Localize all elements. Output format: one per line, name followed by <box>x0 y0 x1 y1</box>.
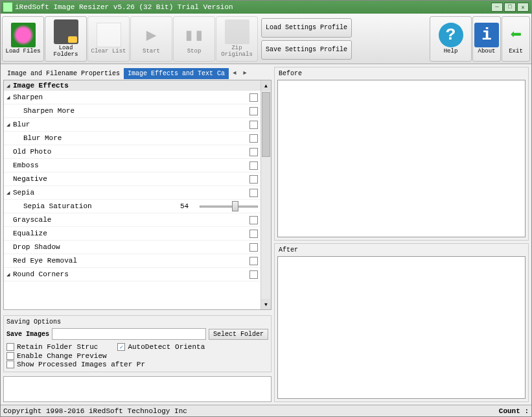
checkbox[interactable] <box>249 121 258 129</box>
effect-sepia[interactable]: ◢Sepia <box>4 186 260 200</box>
before-section: Before <box>274 67 529 241</box>
scroll-thumb[interactable] <box>262 92 270 157</box>
checkbox[interactable] <box>249 107 258 115</box>
effect-blur[interactable]: ◢Blur <box>4 118 260 132</box>
zip-icon <box>225 19 249 44</box>
exit-button[interactable]: ⬅ Exit <box>502 16 530 62</box>
effect-round-corners[interactable]: ◢Round Corners <box>4 268 260 281</box>
save-path-input[interactable] <box>52 328 206 340</box>
checkbox[interactable] <box>249 270 258 279</box>
checkbox[interactable] <box>249 230 258 238</box>
checkbox[interactable] <box>249 257 258 265</box>
effect-emboss[interactable]: Emboss <box>4 159 260 173</box>
checkbox[interactable] <box>249 216 258 224</box>
saving-title: Saving Options <box>6 318 268 326</box>
tab-prev-icon[interactable]: ◄ <box>230 69 239 78</box>
effect-blur-more[interactable]: Blur More <box>4 132 260 145</box>
sepia-slider[interactable] <box>200 200 258 212</box>
effect-sharpen-more[interactable]: Sharpen More <box>4 104 260 118</box>
start-button[interactable]: ▶ Start <box>130 16 172 62</box>
statusbar: Copyright 1998-2016 iRedSoft Technology … <box>1 405 531 416</box>
effect-old-photo[interactable]: Old Photo <box>4 145 260 159</box>
effects-header[interactable]: ◢ Image Effects <box>4 80 260 91</box>
folder-icon <box>54 19 78 44</box>
checkbox[interactable] <box>249 134 258 143</box>
effect-grayscale[interactable]: Grayscale <box>4 213 260 227</box>
before-label: Before <box>276 69 527 78</box>
close-button[interactable]: ✕ <box>517 3 529 12</box>
autodetect-checkbox[interactable] <box>117 343 125 351</box>
bottom-list <box>3 376 272 402</box>
play-icon: ▶ <box>139 23 164 47</box>
checkbox[interactable] <box>249 175 258 184</box>
flower-icon <box>11 23 36 47</box>
about-button[interactable]: i About <box>472 16 501 62</box>
save-images-label: Save Images <box>6 331 49 338</box>
toolbar: Load Files Load Folders Clear List ▶ Sta… <box>1 14 531 64</box>
left-panel: Image and Filename Properties Image Effe… <box>3 67 272 402</box>
load-settings-button[interactable]: Load Settings Profile <box>261 18 352 38</box>
scroll-down-icon[interactable]: ▼ <box>261 299 271 309</box>
tab-strip: Image and Filename Properties Image Effe… <box>3 67 272 80</box>
effect-sepia-saturation[interactable]: Sepia Saturation54 <box>4 200 260 213</box>
stop-button[interactable]: ▮▮ Stop <box>173 16 215 62</box>
retain-folder-checkbox[interactable] <box>6 343 14 351</box>
tab-image-filename[interactable]: Image and Filename Properties <box>3 68 124 79</box>
copyright-text: Copyright 1998-2016 iRedSoft Technology … <box>3 407 499 415</box>
effects-list: ◢ Image Effects ◢Sharpen Sharpen More ◢B… <box>4 80 260 309</box>
checkbox[interactable] <box>249 243 258 252</box>
tab-image-effects[interactable]: Image Effects and Text Ca <box>124 68 229 79</box>
pause-icon: ▮▮ <box>182 23 207 47</box>
exit-arrow-icon: ⬅ <box>503 23 528 47</box>
after-label: After <box>276 245 527 255</box>
after-preview <box>277 256 526 399</box>
effect-negative[interactable]: Negative <box>4 173 260 186</box>
info-icon: i <box>474 23 499 47</box>
enable-preview-checkbox[interactable] <box>6 352 14 360</box>
help-icon: ? <box>439 23 463 47</box>
right-panel: Before After <box>274 67 529 402</box>
effect-sharpen[interactable]: ◢Sharpen <box>4 91 260 104</box>
zip-originals-button[interactable]: Zip Originals <box>216 16 258 62</box>
clear-list-button[interactable]: Clear List <box>87 16 130 62</box>
checkbox[interactable] <box>249 189 258 197</box>
checkbox[interactable] <box>249 93 258 102</box>
count-label: Count : <box>499 407 529 415</box>
show-processed-checkbox[interactable] <box>6 361 14 368</box>
clear-icon <box>97 23 121 47</box>
vertical-scrollbar[interactable]: ▲ ▼ <box>260 80 271 309</box>
saving-options: Saving Options Save Images Select Folder… <box>3 315 272 372</box>
effect-equalize[interactable]: Equalize <box>4 227 260 241</box>
maximize-button[interactable]: □ <box>504 3 516 12</box>
load-files-button[interactable]: Load Files <box>2 16 44 62</box>
save-settings-button[interactable]: Save Settings Profile <box>261 40 352 60</box>
load-folders-button[interactable]: Load Folders <box>45 16 87 62</box>
main-window: iRedSoft Image Resizer v5.26 (32 Bit) Tr… <box>0 0 532 417</box>
checkbox[interactable] <box>249 161 258 170</box>
effect-drop-shadow[interactable]: Drop Shadow <box>4 241 260 254</box>
caret-icon: ◢ <box>6 82 13 89</box>
slider-thumb[interactable] <box>232 201 238 211</box>
help-button[interactable]: ? Help <box>430 16 472 62</box>
minimize-button[interactable]: — <box>491 3 503 12</box>
effect-red-eye[interactable]: Red Eye Removal <box>4 254 260 268</box>
tab-next-icon[interactable]: ► <box>240 69 249 78</box>
before-preview <box>277 80 526 237</box>
app-icon <box>3 3 12 12</box>
window-title: iRedSoft Image Resizer v5.26 (32 Bit) Tr… <box>15 3 491 11</box>
titlebar: iRedSoft Image Resizer v5.26 (32 Bit) Tr… <box>1 1 531 14</box>
after-section: After <box>274 243 529 402</box>
effects-panel: ◢ Image Effects ◢Sharpen Sharpen More ◢B… <box>3 80 272 310</box>
scroll-up-icon[interactable]: ▲ <box>261 80 271 91</box>
checkbox[interactable] <box>249 148 258 156</box>
window-controls: — □ ✕ <box>491 3 529 12</box>
select-folder-button[interactable]: Select Folder <box>209 329 268 340</box>
main-area: Image and Filename Properties Image Effe… <box>1 64 531 405</box>
